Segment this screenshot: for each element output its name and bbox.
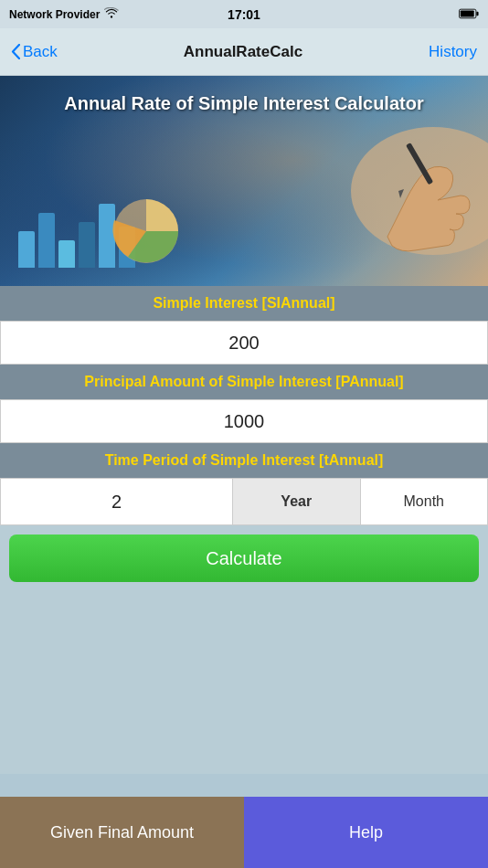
calculator-area: Simple Interest [SIAnnual] Principal Amo…	[0, 286, 488, 600]
bottom-bar: Given Final Amount Help	[0, 797, 488, 868]
status-bar: Network Provider 17:01	[0, 0, 488, 28]
principal-amount-input-wrapper	[0, 399, 488, 443]
time-period-row: Year Month	[0, 478, 488, 525]
year-button[interactable]: Year	[233, 479, 361, 524]
back-button[interactable]: Back	[11, 43, 58, 61]
simple-interest-label: Simple Interest [SIAnnual]	[153, 295, 334, 311]
nav-bar: Back AnnualRateCalc History	[0, 28, 488, 76]
simple-interest-header: Simple Interest [SIAnnual]	[0, 286, 488, 321]
time-period-header: Time Period of Simple Interest [tAnnual]	[0, 443, 488, 478]
hero-title-text: Annual Rate of Simple Interest Calculato…	[0, 92, 488, 114]
month-button[interactable]: Month	[361, 479, 488, 524]
nav-title: AnnualRateCalc	[184, 43, 302, 61]
hero-image: Annual Rate of Simple Interest Calculato…	[0, 76, 488, 286]
simple-interest-input-wrapper	[0, 321, 488, 365]
history-button[interactable]: History	[429, 43, 477, 61]
hero-pie-chart	[110, 195, 183, 268]
time-period-label: Time Period of Simple Interest [tAnnual]	[105, 452, 384, 468]
help-button[interactable]: Help	[244, 797, 488, 868]
principal-amount-header: Principal Amount of Simple Interest [PAn…	[0, 365, 488, 399]
principal-amount-input[interactable]	[1, 400, 487, 442]
status-right	[459, 6, 479, 23]
wifi-icon	[104, 7, 119, 21]
calculate-button[interactable]: Calculate	[9, 535, 479, 582]
status-left: Network Provider	[9, 7, 119, 21]
hand-pen-image	[314, 109, 488, 277]
hero-title-overlay: Annual Rate of Simple Interest Calculato…	[0, 92, 488, 114]
time-display: 17:01	[228, 7, 260, 22]
svg-rect-1	[476, 11, 478, 15]
principal-amount-label: Principal Amount of Simple Interest [PAn…	[84, 374, 403, 389]
given-final-amount-button[interactable]: Given Final Amount	[0, 797, 244, 868]
simple-interest-input[interactable]	[1, 322, 487, 364]
middle-spacer	[0, 600, 488, 774]
time-period-input[interactable]	[1, 479, 233, 524]
svg-rect-2	[461, 10, 474, 16]
back-label: Back	[23, 43, 58, 61]
battery-icon	[459, 6, 479, 23]
network-provider-label: Network Provider	[9, 8, 100, 21]
